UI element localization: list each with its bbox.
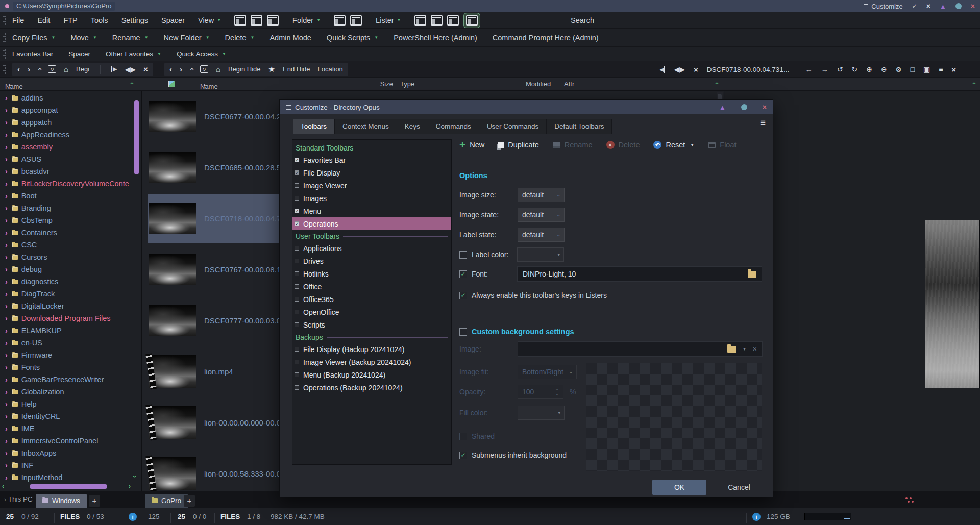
expand-chevron-icon[interactable]: ›	[5, 290, 8, 298]
toolbar-grip[interactable]	[3, 49, 6, 59]
toolbar-enabled-checkbox[interactable]	[295, 183, 299, 188]
toolbar-enabled-checkbox[interactable]	[295, 196, 299, 201]
tree-item[interactable]: › appcompat	[0, 104, 131, 116]
fill-color-select[interactable]: ▾	[518, 406, 565, 420]
tree-item[interactable]: › en-US	[0, 337, 131, 349]
toolbar-list-item[interactable]: Operations (Backup 20241024)	[292, 381, 451, 394]
dropdown-arrow-icon[interactable]: ▼	[93, 35, 97, 40]
window-close-button[interactable]: ×	[971, 2, 975, 10]
expand-chevron-icon[interactable]: ›	[5, 180, 8, 188]
toolbar-enabled-checkbox[interactable]	[295, 372, 299, 377]
back-icon[interactable]: ‹	[169, 65, 172, 73]
expand-chevron-icon[interactable]: ›	[5, 363, 8, 371]
toolbar-grip[interactable]	[3, 15, 6, 26]
tree-item[interactable]: › Firmware	[0, 349, 131, 361]
expand-chevron-icon[interactable]: ›	[5, 400, 8, 408]
forward-icon[interactable]: ›	[28, 65, 30, 73]
toolbar-button[interactable]: Rename▼	[112, 34, 149, 42]
toolbar-list-item[interactable]: Image Viewer	[292, 179, 451, 192]
tree-item[interactable]: › ELAMBKUP	[0, 324, 131, 337]
scroll-left-icon[interactable]: ‹	[2, 483, 4, 490]
info-icon[interactable]: i	[752, 513, 761, 521]
new-button[interactable]: +New	[459, 141, 484, 149]
expand-chevron-icon[interactable]: ›	[5, 302, 8, 310]
file-thumbnail[interactable]	[149, 457, 196, 490]
lister-viewer-pane-icon[interactable]	[466, 15, 478, 26]
splitter[interactable]	[100, 65, 101, 74]
this-pc-label[interactable]: ›This PC	[4, 495, 33, 503]
resize-grip-icon[interactable]	[905, 497, 908, 499]
ok-button[interactable]: OK	[652, 480, 706, 495]
full-size-icon[interactable]: ▣	[923, 65, 930, 73]
submenus-checkbox[interactable]: ✓	[459, 452, 467, 459]
pin-icon[interactable]: ✓	[912, 3, 917, 10]
opacity-stepper[interactable]: 100 ⌃⌄	[518, 385, 564, 399]
toolbar-enabled-checkbox[interactable]	[295, 347, 299, 352]
tree-item[interactable]: › INF	[0, 459, 131, 471]
expand-chevron-icon[interactable]: ›	[5, 94, 8, 102]
toolbar-enabled-checkbox[interactable]	[295, 360, 299, 364]
home-icon[interactable]: ⌂	[216, 65, 220, 73]
expand-chevron-icon[interactable]: ›	[5, 424, 8, 433]
float-button[interactable]: Float	[708, 141, 736, 149]
expand-chevron-icon[interactable]: ›	[5, 241, 8, 249]
expand-chevron-icon[interactable]: ›	[5, 131, 8, 139]
file-thumbnail[interactable]	[149, 152, 196, 183]
dropdown-arrow-icon[interactable]: ▼	[374, 35, 378, 40]
toolbar-list-item[interactable]: Office365	[292, 293, 451, 306]
dropdown-arrow-icon[interactable]: ▼	[144, 35, 149, 40]
rotate-right-icon[interactable]: ↻	[852, 65, 858, 73]
expand-chevron-icon[interactable]: ›	[5, 327, 8, 335]
dialog-menu-icon[interactable]: ≡	[760, 117, 766, 129]
file-thumbnail[interactable]	[149, 406, 196, 439]
font-checkbox[interactable]: ✓	[459, 270, 467, 278]
dropdown-arrow-icon[interactable]: ▼	[222, 52, 226, 56]
customize-mode-button[interactable]: Customize	[864, 3, 902, 10]
browse-folder-icon[interactable]	[727, 346, 736, 353]
zoom-in-icon[interactable]: ⊕	[866, 65, 872, 73]
toolbar-button[interactable]: Quick Scripts▼	[327, 34, 378, 42]
file-thumbnail[interactable]	[149, 305, 196, 336]
expand-chevron-icon[interactable]: ›	[5, 412, 8, 420]
label-color-checkbox[interactable]	[459, 251, 467, 259]
expand-chevron-icon[interactable]: ›	[5, 461, 8, 469]
home-icon[interactable]: ⌂	[64, 65, 68, 73]
toolbar-enabled-checkbox[interactable]: ✓	[295, 221, 299, 226]
expand-chevron-icon[interactable]: ›	[5, 192, 8, 200]
maximize-button[interactable]	[955, 3, 962, 9]
toolbar-button[interactable]: Favorites Bar	[12, 50, 53, 58]
minimize-button[interactable]: ▲	[940, 3, 946, 10]
location-button[interactable]: Location	[317, 65, 342, 73]
up-icon[interactable]: ›	[35, 68, 43, 70]
image-size-select[interactable]: default⌄	[518, 188, 565, 202]
toolbar-button[interactable]: Spacer	[68, 50, 90, 58]
end-hide-button[interactable]: End Hide	[283, 65, 310, 73]
tree-item[interactable]: › CbsTemp	[0, 214, 131, 227]
tree-item[interactable]: › GameBarPresenceWriter	[0, 373, 131, 386]
close-image-icon[interactable]: ×	[951, 66, 956, 73]
toolbar-list-item[interactable]: Hotlinks	[292, 267, 451, 280]
menu-view[interactable]: View▼	[198, 16, 221, 24]
menu-search[interactable]: Search	[571, 16, 594, 24]
favorites-star-icon[interactable]: ★	[268, 65, 275, 74]
add-tab-button[interactable]: +	[89, 495, 100, 507]
expand-chevron-icon[interactable]: ›	[5, 278, 8, 286]
toolbar-enabled-checkbox[interactable]	[295, 310, 299, 314]
toolbar-list-item[interactable]: ✓ File Display	[292, 166, 451, 179]
toolbar-button[interactable]: PowerShell Here (Admin)	[394, 34, 477, 42]
menu-ftp[interactable]: FTP	[63, 16, 77, 24]
tree-item[interactable]: › BitLockerDiscoveryVolumeConte	[0, 178, 131, 190]
expand-chevron-icon[interactable]: ›	[5, 265, 8, 273]
toolbar-enabled-checkbox[interactable]	[295, 297, 299, 302]
tree-item[interactable]: › InputMethod	[0, 471, 131, 482]
expand-chevron-icon[interactable]: ›	[5, 351, 8, 359]
lister-single-icon[interactable]	[414, 15, 426, 26]
expand-chevron-icon[interactable]: ›	[5, 106, 8, 114]
toolbar-list-item[interactable]: Scripts	[292, 318, 451, 331]
expand-chevron-icon[interactable]: ›	[5, 449, 8, 457]
dropdown-arrow-icon[interactable]: ▼	[206, 35, 210, 40]
expand-chevron-icon[interactable]: ›	[5, 204, 8, 212]
expand-chevron-icon[interactable]: ›	[5, 314, 8, 322]
expand-chevron-icon[interactable]: ›	[5, 376, 8, 384]
menu-settings[interactable]: Settings	[121, 16, 148, 24]
